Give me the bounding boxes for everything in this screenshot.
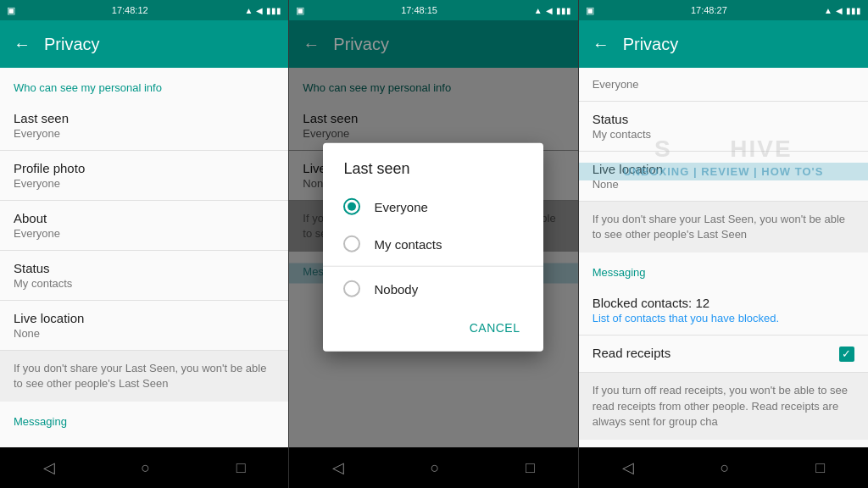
app-bar-3: ← Privacy [579, 20, 868, 68]
last-seen-subtitle-1: Everyone [14, 127, 275, 140]
panel-1-content: Who can see my personal info Last seen E… [0, 68, 288, 447]
profile-photo-item-1[interactable]: Profile photo Everyone [0, 151, 288, 201]
status-bar-time-2: 17:48:15 [401, 5, 437, 15]
signal-icon-2: ◀ [546, 6, 553, 15]
live-location-subtitle-1: None [14, 327, 275, 340]
radio-my-contacts[interactable] [343, 236, 360, 252]
status-bar-time-3: 17:48:27 [691, 5, 727, 15]
panel-2-content-area: Who can see my personal info Last seen E… [289, 68, 577, 447]
read-receipts-row[interactable]: Read receipts ✓ [579, 336, 868, 373]
last-seen-info-3: If you don't share your Last Seen, you w… [579, 202, 868, 252]
radio-everyone[interactable] [343, 198, 360, 215]
signal-icon-3: ◀ [836, 6, 843, 15]
radio-inner-everyone [348, 202, 356, 211]
status-bar-left-icon-1: ▣ [7, 5, 15, 16]
status-title-3: Status [593, 112, 854, 126]
dialog-label-my-contacts: My contacts [374, 236, 442, 251]
app-bar-title-3: Privacy [623, 35, 679, 54]
back-button-1[interactable]: ← [14, 35, 31, 54]
status-bar-icons-2: ▲ ◀ ▮▮▮ [534, 6, 571, 15]
dialog-divider [323, 266, 543, 267]
messaging-header-3: Messaging [579, 252, 868, 286]
live-location-item-3[interactable]: Live location None [579, 152, 868, 202]
dialog-label-everyone: Everyone [374, 199, 427, 214]
top-everyone-item[interactable]: Everyone [579, 68, 868, 102]
home-nav-icon-3[interactable]: ○ [713, 452, 736, 484]
radio-nobody[interactable] [343, 280, 360, 297]
home-nav-icon-2[interactable]: ○ [424, 452, 447, 484]
status-item-1[interactable]: Status My contacts [0, 251, 288, 301]
about-title-1: About [14, 211, 275, 225]
status-bar-icons-3: ▲ ◀ ▮▮▮ [824, 6, 861, 15]
nav-bar-1: ◁ ○ □ [0, 447, 288, 488]
messaging-header-1: Messaging [0, 402, 288, 435]
blocked-contacts-item[interactable]: Blocked contacts: 12 List of contacts th… [579, 286, 868, 336]
dialog-option-nobody[interactable]: Nobody [323, 270, 543, 308]
profile-photo-subtitle-1: Everyone [14, 177, 275, 190]
back-nav-icon-2[interactable]: ◁ [326, 452, 351, 484]
wifi-icon-1: ▲ [244, 6, 253, 15]
status-subtitle-1: My contacts [14, 277, 275, 290]
dialog-cancel-button[interactable]: CANCEL [459, 314, 531, 341]
about-subtitle-1: Everyone [14, 227, 275, 240]
status-bar-left-icon-3: ▣ [586, 5, 594, 16]
recents-nav-icon-1[interactable]: □ [230, 452, 253, 484]
battery-icon-3: ▮▮▮ [846, 6, 861, 15]
home-nav-icon-1[interactable]: ○ [134, 452, 157, 484]
blocked-contacts-subtitle: List of contacts that you have blocked. [593, 312, 854, 324]
last-seen-info-1: If you don't share your Last Seen, you w… [0, 351, 288, 402]
read-receipts-info: If you turn off read receipts, you won't… [579, 373, 868, 440]
status-bar-2: ▣ 17:48:15 ▲ ◀ ▮▮▮ [289, 0, 577, 20]
status-bar-time-1: 17:48:12 [112, 5, 148, 15]
app-bar-1: ← Privacy [0, 20, 288, 68]
battery-icon-2: ▮▮▮ [556, 6, 571, 15]
about-item-1[interactable]: About Everyone [0, 201, 288, 251]
profile-photo-title-1: Profile photo [14, 161, 275, 175]
nav-bar-2: ◁ ○ □ [289, 447, 577, 488]
status-subtitle-3: My contacts [593, 128, 854, 141]
back-nav-icon-1[interactable]: ◁ [36, 452, 62, 484]
dialog-title: Last seen [323, 143, 543, 188]
dialog-option-everyone[interactable]: Everyone [323, 188, 543, 225]
panel-1: ▣ 17:48:12 ▲ ◀ ▮▮▮ ← Privacy Who can see… [0, 0, 288, 488]
battery-icon-1: ▮▮▮ [266, 6, 281, 15]
signal-icon-1: ◀ [256, 6, 263, 15]
read-receipts-checkbox[interactable]: ✓ [839, 347, 854, 362]
app-bar-title-2: Privacy [333, 35, 389, 54]
live-location-title-1: Live location [14, 311, 275, 325]
panel-2: ▣ 17:48:15 ▲ ◀ ▮▮▮ ← Privacy Who can see… [289, 0, 577, 488]
blocked-contacts-title: Blocked contacts: 12 [593, 296, 854, 310]
wifi-icon-2: ▲ [534, 6, 542, 15]
dialog-option-my-contacts[interactable]: My contacts [323, 225, 543, 263]
app-bar-title-1: Privacy [44, 35, 100, 54]
nav-bar-3: ◁ ○ □ [579, 447, 868, 488]
recents-nav-icon-2[interactable]: □ [519, 452, 542, 484]
back-button-3[interactable]: ← [593, 35, 609, 54]
panel-3: ▣ 17:48:27 ▲ ◀ ▮▮▮ ← Privacy S HIVE UNBO… [579, 0, 868, 488]
last-seen-dialog: Last seen Everyone My contacts Nobody CA… [323, 143, 543, 352]
last-seen-title-1: Last seen [14, 111, 275, 125]
status-bar-3: ▣ 17:48:27 ▲ ◀ ▮▮▮ [579, 0, 868, 20]
section-header-1: Who can see my personal info [0, 68, 288, 101]
recents-nav-icon-3[interactable]: □ [809, 452, 832, 484]
read-receipts-title: Read receipts [593, 346, 671, 360]
wifi-icon-3: ▲ [824, 6, 832, 15]
app-bar-2: ← Privacy [289, 20, 577, 68]
back-nav-icon-3[interactable]: ◁ [615, 452, 641, 484]
status-bar-left-icon-2: ▣ [296, 5, 304, 16]
back-button-2[interactable]: ← [303, 35, 320, 54]
live-location-title-3: Live location [593, 162, 854, 176]
live-location-subtitle-3: None [593, 178, 854, 191]
live-location-item-1[interactable]: Live location None [0, 301, 288, 351]
top-everyone-text: Everyone [593, 78, 854, 91]
status-bar-icons-1: ▲ ◀ ▮▮▮ [244, 6, 281, 15]
status-item-3[interactable]: Status My contacts [579, 102, 868, 152]
last-seen-item-1[interactable]: Last seen Everyone [0, 101, 288, 151]
panel-3-content: S HIVE UNBOXING | REVIEW | HOW TO'S Ever… [579, 68, 868, 447]
dialog-actions: CANCEL [323, 308, 543, 352]
status-bar-1: ▣ 17:48:12 ▲ ◀ ▮▮▮ [0, 0, 288, 20]
status-title-1: Status [14, 261, 275, 275]
dialog-label-nobody: Nobody [374, 281, 418, 296]
